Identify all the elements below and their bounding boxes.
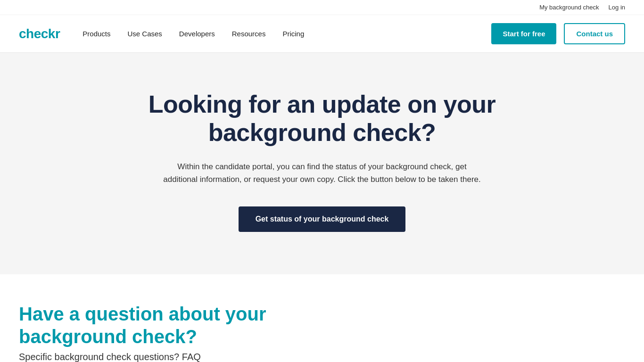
hero-section: Looking for an update on your background… <box>0 53 644 274</box>
nav-pricing[interactable]: Pricing <box>282 30 304 38</box>
nav-resources[interactable]: Resources <box>232 30 266 38</box>
get-status-button[interactable]: Get status of your background check <box>239 206 406 232</box>
start-for-free-button[interactable]: Start for free <box>491 23 556 44</box>
logo[interactable]: checkr <box>19 26 60 41</box>
main-nav: Products Use Cases Developers Resources … <box>83 30 304 38</box>
nav-developers[interactable]: Developers <box>179 30 215 38</box>
header-right: Start for free Contact us <box>491 23 625 44</box>
below-hero-subtitle: Specific background check questions? FAQ <box>19 352 625 362</box>
below-hero-section: Have a question about your background ch… <box>0 274 644 362</box>
header-left: checkr Products Use Cases Developers Res… <box>19 26 304 41</box>
nav-products[interactable]: Products <box>83 30 110 38</box>
hero-subtitle: Within the candidate portal, you can fin… <box>162 160 482 186</box>
contact-us-button[interactable]: Contact us <box>564 23 625 44</box>
hero-title: Looking for an update on your background… <box>143 90 501 147</box>
below-hero-title: Have a question about your background ch… <box>19 303 349 348</box>
my-background-check-link[interactable]: My background check <box>539 4 599 11</box>
top-bar: My background check Log in <box>0 0 644 15</box>
site-header: checkr Products Use Cases Developers Res… <box>0 15 644 53</box>
log-in-link[interactable]: Log in <box>609 4 625 11</box>
nav-use-cases[interactable]: Use Cases <box>128 30 162 38</box>
